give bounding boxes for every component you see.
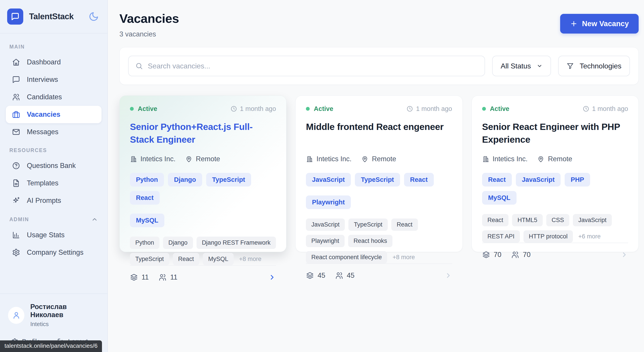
new-vacancy-button[interactable]: New Vacancy [560, 14, 639, 34]
skill-tag: Django REST Framework [196, 236, 276, 249]
sidebar-item-label: Questions Bank [27, 162, 76, 170]
company-name-label: Intetics Inc. [492, 155, 528, 163]
briefcase-icon [12, 110, 20, 118]
sidebar-nav: MAINDashboardInterviewsCandidatesVacanci… [0, 34, 107, 294]
chat-bubble-logo-icon [11, 12, 20, 21]
sidebar-item-messages[interactable]: Messages [6, 123, 102, 141]
building-icon [482, 156, 489, 162]
gear-icon [12, 248, 20, 256]
sidebar-item-label: Company Settings [27, 248, 84, 256]
location-label: Remote [548, 155, 572, 163]
status-filter-dropdown[interactable]: All Status [492, 56, 551, 76]
chevron-right-icon[interactable] [268, 274, 276, 281]
building-icon [130, 156, 137, 162]
vacancy-card[interactable]: Active1 month agoSenior Python+React.js … [120, 96, 286, 252]
skill-tags: JavaScriptTypeScriptReactPlaywrightReact… [306, 218, 452, 264]
user-company: Intetics [30, 321, 99, 328]
status-badge: Active [490, 105, 510, 112]
help-circle-icon [12, 162, 20, 170]
clock-icon [406, 106, 413, 112]
tech-tags: JavaScriptTypeScriptReactPlaywright [306, 173, 452, 209]
chevron-right-icon[interactable] [444, 272, 452, 279]
page-header-text: Vacancies 3 vacancies [120, 10, 179, 38]
vacancy-card[interactable]: Active1 month agoMiddle frontend React e… [296, 96, 462, 252]
search-box [128, 56, 485, 76]
company-name: Intetics Inc. [306, 155, 352, 163]
posted-time-label: 1 month ago [592, 105, 628, 112]
user-row: Ростислав Николаев Intetics [8, 303, 99, 328]
tech-tag: React [404, 173, 434, 186]
sidebar-item-ai-prompts[interactable]: AI Prompts [6, 192, 102, 209]
sidebar-item-label: Usage Stats [27, 231, 64, 239]
search-icon [135, 62, 143, 70]
candidates-stat: 70 [511, 251, 530, 259]
posted-time: 1 month ago [406, 105, 452, 112]
location-label: Remote [196, 155, 220, 163]
stages-stat: 45 [306, 272, 325, 280]
link-url-tooltip: talentstack.online/panel/vacancies/6 [0, 340, 102, 352]
layers-icon [306, 272, 314, 280]
chevron-right-icon[interactable] [620, 251, 628, 258]
home-icon [12, 58, 20, 66]
tech-tag: JavaScript [306, 173, 351, 186]
sidebar-item-dashboard[interactable]: Dashboard [6, 54, 102, 71]
sidebar-item-candidates[interactable]: Candidates [6, 88, 102, 106]
status-dot [482, 107, 486, 111]
dark-mode-toggle-moon-icon[interactable] [88, 12, 99, 22]
card-status-row: Active1 month ago [306, 105, 452, 112]
sidebar-item-label: Templates [27, 179, 58, 187]
sidebar-item-usage-stats[interactable]: Usage Stats [6, 226, 102, 244]
vacancy-meta-row: Intetics Inc.Remote [130, 155, 276, 163]
status-badge: Active [138, 105, 157, 112]
technologies-filter-button[interactable]: Technologies [558, 56, 630, 76]
search-input[interactable] [148, 62, 478, 70]
card-footer: 7070 [482, 243, 628, 259]
status-badge: Active [314, 105, 333, 112]
map-pin-icon [537, 156, 544, 162]
sidebar-item-company-settings[interactable]: Company Settings [6, 244, 102, 261]
building-icon [306, 156, 313, 162]
skill-tag: TypeScript [348, 218, 388, 231]
card-status-row: Active1 month ago [130, 105, 276, 112]
nav-section-label-resources: RESOURCES [10, 147, 98, 154]
vacancy-cards-grid: Active1 month agoSenior Python+React.js … [120, 96, 639, 252]
main-content: Vacancies 3 vacancies New Vacancy All St… [108, 0, 644, 352]
sidebar-item-label: Interviews [27, 76, 58, 84]
users-icon [335, 272, 343, 280]
posted-time: 1 month ago [583, 105, 628, 112]
sidebar-item-questions-bank[interactable]: Questions Bank [6, 157, 102, 174]
vacancy-card[interactable]: Active1 month agoSenior React Engineer w… [472, 96, 639, 252]
chat-icon [12, 76, 20, 84]
plus-icon [570, 20, 578, 28]
nav-section-label-text: RESOURCES [10, 147, 47, 154]
vacancy-meta-row: Intetics Inc.Remote [306, 155, 452, 163]
company-name-label: Intetics Inc. [316, 155, 352, 163]
vacancy-count: 3 vacancies [120, 30, 179, 38]
vacancy-meta-row: Intetics Inc.Remote [482, 155, 628, 163]
mail-icon [12, 128, 20, 136]
sidebar-item-vacancies[interactable]: Vacancies [6, 106, 102, 123]
app-name: TalentStack [29, 12, 74, 21]
sidebar-item-interviews[interactable]: Interviews [6, 71, 102, 88]
status-filter-label: All Status [501, 62, 531, 70]
new-vacancy-label: New Vacancy [582, 20, 629, 28]
skill-tag: React hooks [348, 235, 392, 247]
layers-icon [130, 273, 138, 281]
user-info: Ростислав Николаев Intetics [30, 303, 99, 328]
skill-tag: REST API [482, 230, 520, 243]
skill-tag: JavaScript [573, 214, 612, 226]
sidebar-item-templates[interactable]: Templates [6, 174, 102, 192]
skill-tag: React [173, 253, 200, 265]
vacancy-title: Senior React Engineer with PHP Experienc… [482, 120, 628, 149]
status-dot [306, 107, 310, 111]
map-pin-icon [361, 156, 368, 162]
sidebar-item-label: Messages [27, 128, 58, 136]
sidebar-header: TalentStack [0, 0, 107, 34]
skill-tag: CSS [546, 214, 570, 226]
app-logo [7, 8, 23, 24]
skill-tag: Python [130, 236, 160, 249]
filter-bar: All Status Technologies [120, 47, 639, 85]
bar-chart-icon [12, 231, 20, 239]
technologies-filter-label: Technologies [580, 62, 622, 70]
map-pin-icon [185, 156, 192, 162]
